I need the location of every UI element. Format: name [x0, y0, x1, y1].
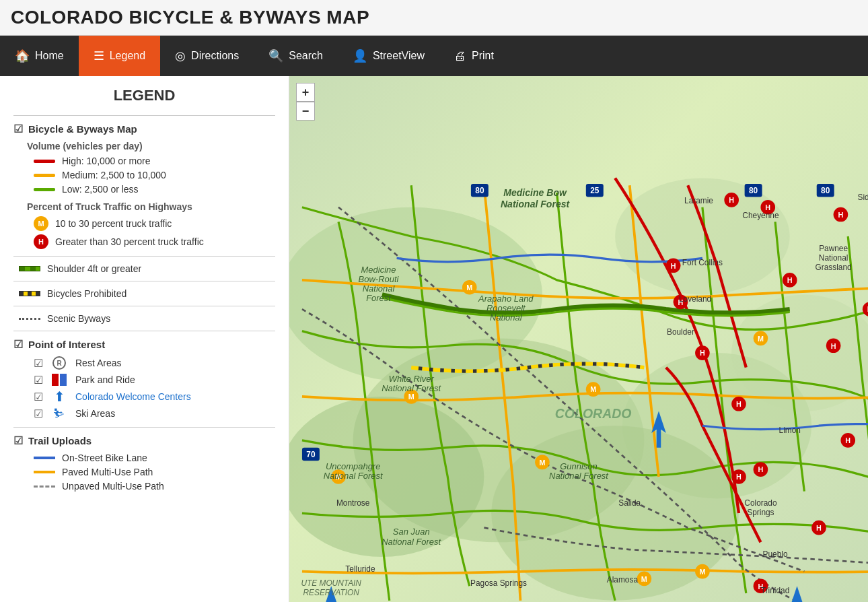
svg-text:M: M — [590, 385, 596, 393]
svg-text:National Forest: National Forest — [382, 537, 441, 547]
legend-section-poi: ☑ Point of Interest ☑ R Rest Areas ☑ Par… — [13, 331, 275, 420]
nav-home[interactable]: 🏠 Home — [0, 36, 79, 76]
svg-text:Gunnison: Gunnison — [560, 461, 598, 471]
welcome-centers-label: Colorado Welcome Centers — [75, 391, 191, 402]
svg-text:Fort Collins: Fort Collins — [682, 258, 723, 267]
legend-item-medium: Medium: 2,500 to 10,000 — [34, 170, 275, 180]
check-rest-icon: ☑ — [34, 357, 43, 370]
svg-text:H: H — [831, 342, 836, 350]
svg-text:H: H — [700, 349, 705, 357]
line-green-icon — [34, 188, 55, 191]
legend-section-poi-title: ☑ Point of Interest — [13, 338, 275, 351]
svg-text:Sidney: Sidney — [858, 193, 868, 202]
svg-text:M: M — [699, 568, 705, 576]
svg-text:Salida: Salida — [618, 498, 641, 508]
app-title: COLORADO BICYCLE & BYWAYS MAP — [11, 7, 857, 28]
nav-streetview[interactable]: 👤 StreetView — [338, 36, 439, 76]
svg-text:National: National — [819, 253, 848, 263]
svg-text:H: H — [729, 196, 734, 204]
legend-item-ski-areas: ☑ ⛷ Ski Areas — [34, 407, 275, 420]
svg-text:Pagosa Springs: Pagosa Springs — [470, 578, 527, 588]
legend-item-bicycles-prohibited: Bicycles Prohibited — [19, 288, 275, 299]
legend-item-truck-h: H Greater than 30 percent truck traffic — [34, 234, 275, 249]
shoulder-icon — [19, 266, 40, 271]
map-svg: M M M M M M M M H H — [289, 76, 868, 602]
svg-text:80: 80 — [475, 186, 484, 195]
streetview-icon: 👤 — [353, 48, 367, 63]
zoom-out-button[interactable]: − — [296, 102, 315, 121]
svg-text:UTE MOUNTAIN: UTE MOUNTAIN — [301, 578, 361, 588]
legend-item-truck-m: M 10 to 30 percent truck traffic — [34, 216, 275, 231]
legend-item-truck-m-label: 10 to 30 percent truck traffic — [55, 218, 172, 229]
legend-item-high-label: High: 10,000 or more — [62, 156, 151, 166]
print-icon: 🖨 — [454, 49, 466, 63]
legend-section-trail-title: ☑ Trail Uploads — [13, 434, 275, 447]
legend-item-high: High: 10,000 or more — [34, 156, 275, 166]
svg-text:Cheyenne: Cheyenne — [742, 211, 779, 220]
svg-text:National Forest: National Forest — [382, 383, 441, 393]
zoom-in-button[interactable]: + — [296, 83, 315, 102]
svg-text:Arapaho Land: Arapaho Land — [478, 294, 534, 304]
svg-text:Pueblo: Pueblo — [763, 549, 788, 559]
home-icon: 🏠 — [15, 48, 30, 63]
svg-text:Telluride: Telluride — [345, 564, 375, 574]
svg-text:H: H — [758, 465, 764, 473]
svg-marker-69 — [790, 586, 805, 602]
legend-item-bike-lane: On-Street Bike Lane — [34, 453, 275, 463]
rest-areas-label: Rest Areas — [75, 358, 121, 368]
map-area[interactable]: M M M M M M M M H H — [289, 76, 868, 602]
check-welcome-icon: ☑ — [34, 391, 43, 403]
svg-text:COLORADO: COLORADO — [555, 406, 632, 421]
legend-item-welcome-centers: ☑ ⬆ Colorado Welcome Centers — [34, 390, 275, 403]
legend-item-scenic-byways: Scenic Byways — [19, 313, 275, 324]
svg-text:San Juan: San Juan — [393, 527, 430, 537]
legend-section-scenic-byways: Scenic Byways — [13, 306, 275, 324]
svg-text:Springs: Springs — [747, 508, 774, 517]
legend-section-bicycle-byways-title: ☑ Bicycle & Byways Map — [13, 123, 275, 135]
shoulder-label: Shoulder 4ft or greater — [47, 263, 141, 274]
park-ride-icon — [50, 373, 69, 387]
svg-text:M: M — [466, 283, 472, 292]
check-park-icon: ☑ — [34, 374, 43, 387]
rest-area-icon: R — [50, 356, 69, 370]
welcome-center-icon: ⬆ — [50, 390, 69, 403]
legend-section-trail-uploads: ☑ Trail Uploads On-Street Bike Lane Pave… — [13, 427, 275, 492]
svg-text:70: 70 — [306, 450, 316, 459]
svg-text:M: M — [408, 393, 414, 401]
nav-legend[interactable]: ☰ Legend — [79, 36, 160, 76]
legend-item-low-label: Low: 2,500 or less — [62, 184, 139, 195]
svg-text:White River: White River — [389, 374, 435, 384]
svg-text:Uncompahgre: Uncompahgre — [326, 461, 380, 471]
legend-item-low: Low: 2,500 or less — [34, 184, 275, 195]
check-icon-trail: ☑ — [13, 434, 23, 447]
legend-section-bicycle-byways: ☑ Bicycle & Byways Map Volume (vehicles … — [13, 115, 275, 249]
svg-text:RESERVATION: RESERVATION — [303, 588, 360, 597]
nav-print-label: Print — [472, 50, 494, 62]
map-background: M M M M M M M M H H — [289, 76, 868, 602]
svg-text:Pawnee: Pawnee — [819, 244, 848, 253]
svg-text:M: M — [758, 335, 764, 343]
truck-subtitle: Percent of Truck Traffic on Highways — [27, 201, 275, 212]
check-ski-icon: ☑ — [34, 407, 43, 420]
nav-search[interactable]: 🔍 Search — [254, 36, 338, 76]
legend-item-medium-label: Medium: 2,500 to 10,000 — [62, 170, 166, 180]
scenic-byways-label: Scenic Byways — [47, 313, 110, 324]
paved-path-label: Paved Multi-Use Path — [62, 467, 153, 477]
svg-text:80: 80 — [749, 186, 758, 195]
park-ride-label: Park and Ride — [75, 374, 135, 385]
svg-text:National: National — [363, 283, 396, 294]
bicycle-prohibited-label: Bicycles Prohibited — [47, 288, 126, 299]
svg-text:Forest: Forest — [366, 293, 392, 303]
svg-text:Limon: Limon — [779, 426, 801, 435]
svg-text:H: H — [736, 400, 742, 408]
app-header: COLORADO BICYCLE & BYWAYS MAP — [0, 0, 868, 36]
svg-point-4 — [289, 397, 484, 557]
nav-print[interactable]: 🖨 Print — [439, 36, 509, 76]
volume-subtitle: Volume (vehicles per day) — [27, 141, 275, 152]
svg-text:Alamosa: Alamosa — [607, 575, 639, 584]
svg-text:Bow-Routi: Bow-Routi — [359, 274, 400, 284]
legend-item-truck-h-label: Greater than 30 percent truck traffic — [55, 236, 204, 247]
legend-icon: ☰ — [94, 48, 104, 63]
scenic-byways-icon — [19, 318, 40, 320]
nav-directions[interactable]: ◎ Directions — [160, 36, 254, 76]
